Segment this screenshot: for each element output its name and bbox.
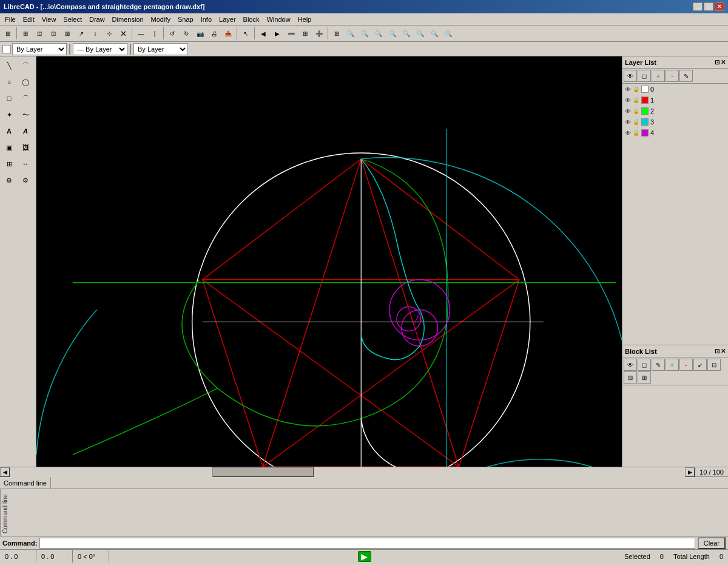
menu-modify[interactable]: Modify xyxy=(147,15,174,24)
layer-btn-hide[interactable]: ◻ xyxy=(638,70,651,82)
tb-snap6[interactable]: ⊹ xyxy=(103,27,116,40)
command-input[interactable] xyxy=(39,538,695,549)
tool-spline[interactable]: 〜 xyxy=(18,107,33,123)
layer-2-lock[interactable]: 🔒 xyxy=(633,108,639,114)
menu-file[interactable]: File xyxy=(1,15,19,24)
tool-text[interactable]: A xyxy=(1,123,17,139)
block-panel-close[interactable]: ✕ xyxy=(721,348,726,354)
tb-snap2[interactable]: ⊡ xyxy=(47,27,60,40)
tb-line1[interactable]: — xyxy=(134,27,147,40)
h-scrollbar-thumb[interactable] xyxy=(212,467,314,477)
tb-zoom-all[interactable]: 🔍 xyxy=(386,27,399,40)
tb-redo[interactable]: ↻ xyxy=(180,27,193,40)
h-scrollbar-track[interactable] xyxy=(10,467,685,477)
menu-snap[interactable]: Snap xyxy=(174,15,197,24)
tb-snap1[interactable]: ⊡ xyxy=(33,27,46,40)
tb-grid2[interactable]: ⊞ xyxy=(330,27,343,40)
maximize-button[interactable]: □ xyxy=(704,2,713,11)
color-swatch[interactable] xyxy=(2,45,11,53)
tb-zoom-win[interactable]: 🔍 xyxy=(344,27,357,40)
layer-0-eye[interactable]: 👁 xyxy=(625,86,631,93)
block-btn-remove[interactable]: - xyxy=(679,359,693,371)
canvas-container[interactable] xyxy=(36,56,622,467)
menu-help[interactable]: Help xyxy=(294,15,315,24)
block-panel-float[interactable]: ⊡ xyxy=(715,348,720,354)
minimize-button[interactable]: _ xyxy=(693,2,703,11)
tool-modify[interactable]: ⚙ xyxy=(1,172,17,188)
tb-zoom-ext[interactable]: 🔍 xyxy=(428,27,441,40)
layer-panel-float[interactable]: ⊡ xyxy=(715,59,720,66)
tb-snap3[interactable]: ⊠ xyxy=(61,27,74,40)
tb-print[interactable]: 🖨 xyxy=(207,27,221,40)
block-btn-add[interactable]: + xyxy=(666,359,679,371)
scroll-left-btn[interactable]: ◀ xyxy=(0,467,10,477)
scroll-right-btn[interactable]: ▶ xyxy=(685,467,695,477)
tb-zoom-layer[interactable]: 🔍 xyxy=(442,27,455,40)
tool-dim2[interactable]: ↔ xyxy=(18,156,33,172)
tb-delete[interactable]: ✕ xyxy=(116,27,130,40)
tb-undo[interactable]: ↺ xyxy=(166,27,179,40)
tb-zoom-sel[interactable]: 🔍 xyxy=(400,27,413,40)
menu-select[interactable]: Select xyxy=(59,15,86,24)
tb-next[interactable]: ▶ xyxy=(271,27,284,40)
layer-0-lock[interactable]: 🔒 xyxy=(633,86,639,92)
tb-new[interactable]: ⊞ xyxy=(1,27,15,40)
tool-rect[interactable]: □ xyxy=(1,90,17,106)
tb-line2[interactable]: | xyxy=(148,27,161,40)
layer-item-2[interactable]: 👁 🔒 2 xyxy=(622,106,728,117)
tool-dim[interactable]: ⊞ xyxy=(1,156,17,172)
tb-snap4[interactable]: ↗ xyxy=(75,27,88,40)
menu-layer[interactable]: Layer xyxy=(215,15,240,24)
block-btn-zoom[interactable]: ⊞ xyxy=(638,371,651,384)
tb-camera[interactable]: 📷 xyxy=(194,27,207,40)
tool-point[interactable]: ✦ xyxy=(1,107,17,123)
tool-line[interactable]: ╲ xyxy=(1,58,17,73)
layer-4-lock[interactable]: 🔒 xyxy=(633,130,639,136)
menu-view[interactable]: View xyxy=(38,15,60,24)
layer-item-1[interactable]: 👁 🔒 1 xyxy=(622,95,728,106)
tool-circle[interactable]: ○ xyxy=(1,74,17,90)
tb-zoom-prev[interactable]: 🔍 xyxy=(358,27,371,40)
layer-3-eye[interactable]: 👁 xyxy=(625,119,631,126)
tb-zoom-out[interactable]: ➖ xyxy=(285,27,298,40)
menu-block[interactable]: Block xyxy=(240,15,263,24)
tb-zoom-auto[interactable]: 🔍 xyxy=(414,27,427,40)
block-btn-insert[interactable]: ↙ xyxy=(693,359,707,371)
tb-select[interactable]: ↖ xyxy=(239,27,252,40)
menu-window[interactable]: Window xyxy=(263,15,294,24)
layer-item-4[interactable]: 👁 🔒 4 xyxy=(622,127,728,138)
tb-prev[interactable]: ◀ xyxy=(257,27,270,40)
close-button[interactable]: ✕ xyxy=(715,2,724,11)
layer-btn-show[interactable]: 👁 xyxy=(624,70,637,82)
layer-btn-edit[interactable]: ✎ xyxy=(679,70,693,82)
tool-ellipse[interactable]: ◯ xyxy=(18,74,33,90)
menu-dimension[interactable]: Dimension xyxy=(109,15,147,24)
layer-btn-remove[interactable]: - xyxy=(666,70,679,82)
tool-arc[interactable]: ⌒ xyxy=(18,58,33,73)
tool-poly[interactable]: ⌒ xyxy=(18,90,33,106)
tb-export[interactable]: 📤 xyxy=(221,27,235,40)
tool-mtext[interactable]: A xyxy=(18,123,33,139)
menu-edit[interactable]: Edit xyxy=(19,15,38,24)
tool-block[interactable]: ⚙ xyxy=(18,172,33,188)
layer-3-lock[interactable]: 🔒 xyxy=(633,119,639,125)
layer-4-eye[interactable]: 👁 xyxy=(625,130,631,137)
tb-zoom-in[interactable]: ➕ xyxy=(312,27,326,40)
block-btn-copy[interactable]: ⊡ xyxy=(707,359,721,371)
clear-button[interactable]: Clear xyxy=(698,537,726,549)
block-btn-hide[interactable]: ◻ xyxy=(638,359,651,371)
h-scroll[interactable]: ◀ ▶ 10 / 100 xyxy=(0,467,728,476)
tb-snap5[interactable]: ↕ xyxy=(89,27,102,40)
layer-panel-controls[interactable]: ⊡ ✕ xyxy=(715,59,726,66)
linewidth-select[interactable]: By Layer xyxy=(133,43,188,55)
command-line-tab[interactable]: Command line xyxy=(0,477,51,489)
layer-2-eye[interactable]: 👁 xyxy=(625,108,631,115)
layer-1-lock[interactable]: 🔒 xyxy=(633,97,639,103)
menu-info[interactable]: Info xyxy=(197,15,215,24)
block-btn-rename[interactable]: ⊟ xyxy=(624,371,637,384)
tool-image[interactable]: 🖼 xyxy=(18,140,33,155)
tb-zoom-next[interactable]: 🔍 xyxy=(372,27,385,40)
layer-item-0[interactable]: 👁 🔒 0 xyxy=(622,84,728,95)
block-panel-controls[interactable]: ⊡ ✕ xyxy=(715,348,726,354)
block-btn-show[interactable]: 👁 xyxy=(624,359,637,371)
